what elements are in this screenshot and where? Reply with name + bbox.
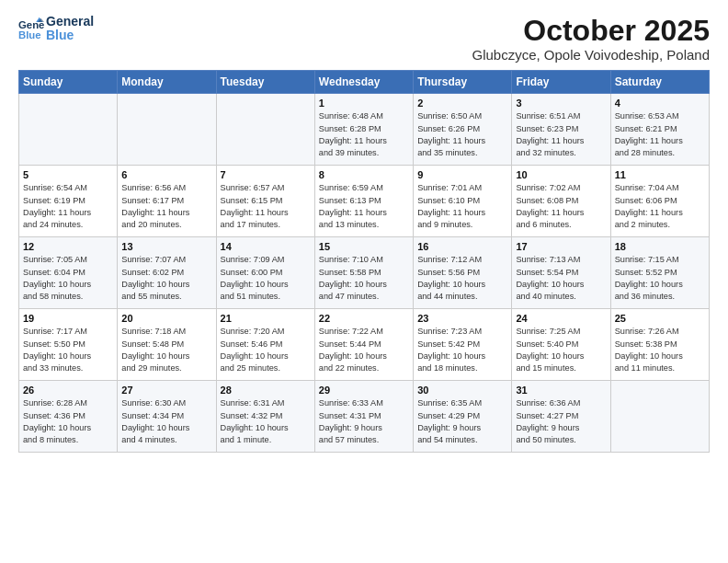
day-number: 20: [121, 313, 211, 324]
day-number: 13: [121, 241, 211, 252]
day-number: 28: [221, 385, 311, 396]
day-info: Sunrise: 7:02 AMSunset: 6:08 PMDaylight:…: [516, 182, 606, 231]
week-row-5: 26Sunrise: 6:28 AMSunset: 4:36 PMDayligh…: [19, 381, 710, 453]
day-info: Sunrise: 7:01 AMSunset: 6:10 PMDaylight:…: [417, 182, 507, 231]
week-row-1: 1Sunrise: 6:48 AMSunset: 6:28 PMDaylight…: [19, 94, 710, 166]
calendar-cell: 1Sunrise: 6:48 AMSunset: 6:28 PMDaylight…: [314, 94, 413, 166]
day-info: Sunrise: 6:35 AMSunset: 4:29 PMDaylight:…: [417, 397, 507, 446]
calendar-cell: 9Sunrise: 7:01 AMSunset: 6:10 PMDaylight…: [414, 166, 512, 237]
day-info: Sunrise: 7:25 AMSunset: 5:40 PMDaylight:…: [516, 326, 606, 374]
day-number: 9: [417, 169, 507, 180]
header-day-monday: Monday: [118, 71, 216, 94]
day-number: 23: [417, 313, 507, 324]
day-number: 25: [615, 313, 705, 324]
day-number: 14: [221, 241, 311, 252]
calendar-cell: 24Sunrise: 7:25 AMSunset: 5:40 PMDayligh…: [512, 309, 610, 381]
day-info: Sunrise: 6:48 AMSunset: 6:28 PMDaylight:…: [319, 110, 409, 159]
calendar-cell: 31Sunrise: 6:36 AMSunset: 4:27 PMDayligh…: [512, 381, 610, 453]
logo: General Blue General Blue: [18, 15, 94, 43]
day-info: Sunrise: 6:30 AMSunset: 4:34 PMDaylight:…: [121, 397, 211, 446]
day-info: Sunrise: 6:56 AMSunset: 6:17 PMDaylight:…: [121, 182, 211, 231]
calendar-cell: 30Sunrise: 6:35 AMSunset: 4:29 PMDayligh…: [414, 381, 512, 453]
day-number: 18: [615, 241, 705, 252]
calendar-body: 1Sunrise: 6:48 AMSunset: 6:28 PMDaylight…: [19, 94, 710, 453]
day-number: 2: [417, 98, 507, 109]
week-row-3: 12Sunrise: 7:05 AMSunset: 6:04 PMDayligh…: [19, 237, 710, 309]
calendar-cell: 2Sunrise: 6:50 AMSunset: 6:26 PMDaylight…: [414, 94, 512, 166]
logo-line1: General: [46, 15, 94, 29]
day-number: 17: [516, 241, 606, 252]
day-info: Sunrise: 7:17 AMSunset: 5:50 PMDaylight:…: [23, 326, 113, 374]
day-info: Sunrise: 7:12 AMSunset: 5:56 PMDaylight:…: [417, 254, 507, 303]
day-number: 8: [319, 169, 409, 180]
calendar-cell: 28Sunrise: 6:31 AMSunset: 4:32 PMDayligh…: [216, 381, 314, 453]
calendar-cell: 6Sunrise: 6:56 AMSunset: 6:17 PMDaylight…: [118, 166, 216, 237]
calendar-cell: 12Sunrise: 7:05 AMSunset: 6:04 PMDayligh…: [19, 237, 118, 309]
day-number: 4: [615, 98, 705, 109]
day-info: Sunrise: 6:51 AMSunset: 6:23 PMDaylight:…: [516, 110, 606, 159]
day-number: 21: [221, 313, 311, 324]
day-info: Sunrise: 7:04 AMSunset: 6:06 PMDaylight:…: [615, 182, 705, 231]
calendar-container: General Blue General Blue October 2025 G…: [0, 0, 728, 462]
day-number: 31: [516, 385, 606, 396]
day-number: 11: [615, 169, 705, 180]
day-number: 26: [23, 385, 113, 396]
calendar-cell: 16Sunrise: 7:12 AMSunset: 5:56 PMDayligh…: [414, 237, 512, 309]
calendar-cell: [216, 94, 314, 166]
calendar-cell: [19, 94, 118, 166]
day-info: Sunrise: 6:36 AMSunset: 4:27 PMDaylight:…: [516, 397, 606, 446]
svg-text:Blue: Blue: [18, 29, 41, 40]
header-day-wednesday: Wednesday: [314, 71, 413, 94]
day-number: 3: [516, 98, 606, 109]
header-day-tuesday: Tuesday: [216, 71, 314, 94]
header-day-sunday: Sunday: [19, 71, 118, 94]
day-number: 1: [319, 98, 409, 109]
day-number: 15: [319, 241, 409, 252]
logo-icon: General Blue: [18, 16, 44, 41]
day-number: 19: [23, 313, 113, 324]
day-info: Sunrise: 7:18 AMSunset: 5:48 PMDaylight:…: [121, 326, 211, 374]
calendar-cell: 26Sunrise: 6:28 AMSunset: 4:36 PMDayligh…: [19, 381, 118, 453]
calendar-cell: 8Sunrise: 6:59 AMSunset: 6:13 PMDaylight…: [314, 166, 413, 237]
calendar-cell: 25Sunrise: 7:26 AMSunset: 5:38 PMDayligh…: [610, 309, 709, 381]
header-day-friday: Friday: [512, 71, 610, 94]
calendar-title: October 2025: [472, 15, 711, 47]
day-info: Sunrise: 7:09 AMSunset: 6:00 PMDaylight:…: [221, 254, 311, 303]
day-info: Sunrise: 7:26 AMSunset: 5:38 PMDaylight:…: [615, 326, 705, 374]
day-info: Sunrise: 7:10 AMSunset: 5:58 PMDaylight:…: [319, 254, 409, 303]
day-number: 10: [516, 169, 606, 180]
header: General Blue General Blue October 2025 G…: [18, 15, 710, 63]
calendar-cell: 15Sunrise: 7:10 AMSunset: 5:58 PMDayligh…: [314, 237, 413, 309]
calendar-cell: [610, 381, 709, 453]
day-info: Sunrise: 6:31 AMSunset: 4:32 PMDaylight:…: [221, 397, 311, 446]
day-info: Sunrise: 7:23 AMSunset: 5:42 PMDaylight:…: [417, 326, 507, 374]
day-info: Sunrise: 6:50 AMSunset: 6:26 PMDaylight:…: [417, 110, 507, 159]
calendar-cell: [118, 94, 216, 166]
day-info: Sunrise: 6:54 AMSunset: 6:19 PMDaylight:…: [23, 182, 113, 231]
calendar-cell: 13Sunrise: 7:07 AMSunset: 6:02 PMDayligh…: [118, 237, 216, 309]
day-info: Sunrise: 7:07 AMSunset: 6:02 PMDaylight:…: [121, 254, 211, 303]
calendar-cell: 23Sunrise: 7:23 AMSunset: 5:42 PMDayligh…: [414, 309, 512, 381]
header-row: SundayMondayTuesdayWednesdayThursdayFrid…: [19, 71, 710, 94]
day-info: Sunrise: 7:13 AMSunset: 5:54 PMDaylight:…: [516, 254, 606, 303]
day-number: 29: [319, 385, 409, 396]
calendar-cell: 21Sunrise: 7:20 AMSunset: 5:46 PMDayligh…: [216, 309, 314, 381]
calendar-cell: 7Sunrise: 6:57 AMSunset: 6:15 PMDaylight…: [216, 166, 314, 237]
title-block: October 2025 Glubczyce, Opole Voivodeshi…: [472, 15, 711, 63]
day-number: 30: [417, 385, 507, 396]
calendar-cell: 20Sunrise: 7:18 AMSunset: 5:48 PMDayligh…: [118, 309, 216, 381]
calendar-cell: 19Sunrise: 7:17 AMSunset: 5:50 PMDayligh…: [19, 309, 118, 381]
day-number: 27: [121, 385, 211, 396]
week-row-4: 19Sunrise: 7:17 AMSunset: 5:50 PMDayligh…: [19, 309, 710, 381]
day-info: Sunrise: 6:33 AMSunset: 4:31 PMDaylight:…: [319, 397, 409, 446]
calendar-table: SundayMondayTuesdayWednesdayThursdayFrid…: [18, 70, 710, 453]
day-number: 16: [417, 241, 507, 252]
calendar-cell: 10Sunrise: 7:02 AMSunset: 6:08 PMDayligh…: [512, 166, 610, 237]
day-info: Sunrise: 6:53 AMSunset: 6:21 PMDaylight:…: [615, 110, 705, 159]
day-number: 7: [221, 169, 311, 180]
calendar-subtitle: Glubczyce, Opole Voivodeship, Poland: [472, 47, 711, 63]
logo-line2: Blue: [46, 29, 94, 42]
calendar-cell: 11Sunrise: 7:04 AMSunset: 6:06 PMDayligh…: [610, 166, 709, 237]
calendar-cell: 14Sunrise: 7:09 AMSunset: 6:00 PMDayligh…: [216, 237, 314, 309]
calendar-cell: 17Sunrise: 7:13 AMSunset: 5:54 PMDayligh…: [512, 237, 610, 309]
